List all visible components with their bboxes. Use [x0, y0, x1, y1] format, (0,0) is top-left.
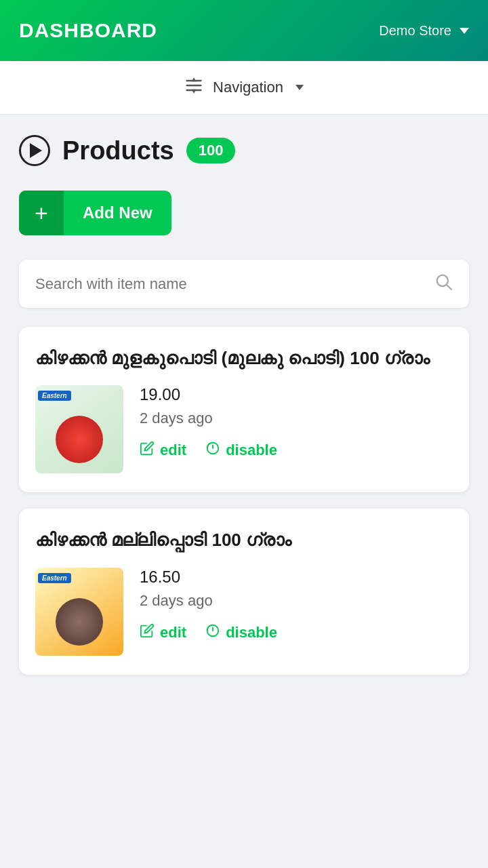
add-new-label: Add New	[64, 203, 171, 222]
product-details: 16.50 2 days ago edit	[140, 568, 453, 642]
search-input[interactable]	[35, 275, 434, 293]
main-content: Products 100 + Add New കിഴക്കൻ മുളകുപൊടി…	[0, 115, 488, 711]
edit-icon	[140, 623, 155, 642]
products-play-icon	[19, 135, 50, 166]
product-name: കിഴക്കൻ മല്ലിപ്പൊടി 100 ഗ്രാം	[35, 528, 453, 552]
product-price: 19.00	[140, 385, 453, 404]
search-container	[19, 260, 469, 308]
edit-icon	[140, 441, 155, 460]
product-body: Eastern 19.00 2 days ago edit	[35, 385, 453, 473]
store-chevron-icon	[460, 28, 469, 34]
disable-label: disable	[226, 441, 277, 459]
play-triangle-icon	[30, 143, 42, 158]
svg-point-3	[193, 85, 195, 86]
navigation-bar[interactable]: Navigation	[0, 61, 488, 115]
add-new-plus-icon: +	[19, 191, 64, 235]
product-circle-graphic	[56, 598, 103, 646]
disable-icon	[205, 623, 220, 642]
search-icon	[434, 272, 453, 296]
product-actions: edit disable	[140, 441, 453, 460]
app-title: DASHBOARD	[19, 19, 157, 42]
product-brand-label: Eastern	[38, 573, 71, 583]
products-header: Products 100	[19, 135, 469, 166]
product-brand-label: Eastern	[38, 391, 71, 401]
product-image: Eastern	[35, 568, 123, 656]
disable-label: disable	[226, 624, 277, 642]
disable-icon	[205, 441, 220, 460]
product-time: 2 days ago	[140, 592, 453, 610]
edit-button[interactable]: edit	[140, 441, 186, 460]
products-title: Products	[62, 136, 174, 165]
product-image: Eastern	[35, 385, 123, 473]
add-new-button[interactable]: + Add New	[19, 191, 171, 235]
app-header: DASHBOARD Demo Store	[0, 0, 488, 61]
product-body: Eastern 16.50 2 days ago edit	[35, 568, 453, 656]
svg-marker-5	[192, 90, 197, 94]
edit-label: edit	[160, 624, 186, 642]
disable-button[interactable]: disable	[205, 623, 277, 642]
disable-button[interactable]: disable	[205, 441, 277, 460]
product-card: കിഴക്കൻ മുളകുപൊടി (മുലകു പൊടി) 100 ഗ്രാം…	[19, 327, 469, 492]
product-actions: edit disable	[140, 623, 453, 642]
product-card: കിഴക്കൻ മല്ലിപ്പൊടി 100 ഗ്രാം Eastern 16…	[19, 509, 469, 674]
product-circle-graphic	[56, 416, 103, 463]
products-count-badge: 100	[186, 138, 236, 163]
svg-line-7	[447, 285, 451, 289]
product-name: കിഴക്കൻ മുളകുപൊടി (മുലകു പൊടി) 100 ഗ്രാം	[35, 346, 453, 370]
store-selector[interactable]: Demo Store	[379, 23, 469, 39]
store-name: Demo Store	[379, 23, 451, 39]
edit-label: edit	[160, 441, 186, 459]
navigation-icon	[184, 76, 203, 99]
svg-marker-4	[192, 77, 197, 81]
product-details: 19.00 2 days ago edit	[140, 385, 453, 460]
navigation-chevron-icon	[296, 85, 304, 90]
product-price: 16.50	[140, 568, 453, 587]
product-time: 2 days ago	[140, 410, 453, 427]
navigation-label: Navigation	[213, 79, 283, 96]
edit-button[interactable]: edit	[140, 623, 186, 642]
